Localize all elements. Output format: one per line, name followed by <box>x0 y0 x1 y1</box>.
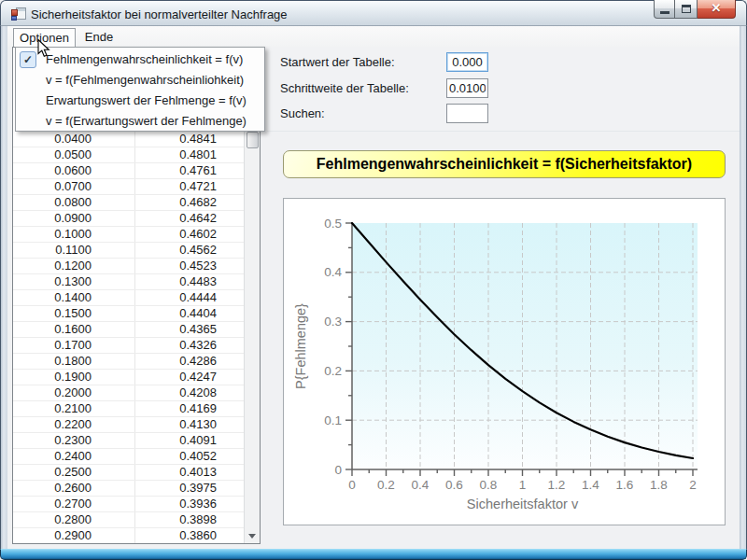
cell-fehlmengenwahrscheinlichkeit: 0.4801 <box>135 147 245 162</box>
title-bar[interactable]: Sicherheitsfaktor bei normalverteilter N… <box>0 0 747 26</box>
table-row[interactable]: 0.04000.4841 <box>13 132 245 147</box>
close-button[interactable]: ✕ <box>698 0 736 19</box>
table-row[interactable]: 0.09000.4642 <box>13 211 245 227</box>
table-row[interactable]: 0.23000.4091 <box>13 433 245 449</box>
table-row[interactable]: 0.10000.4602 <box>13 227 245 243</box>
table-row[interactable]: 0.22000.4130 <box>13 417 245 433</box>
plot-area <box>352 223 698 469</box>
cell-sicherheitsfaktor: 0.2100 <box>13 401 135 416</box>
cell-fehlmengenwahrscheinlichkeit: 0.4642 <box>135 211 245 226</box>
svg-text:1.8: 1.8 <box>650 478 668 492</box>
options-menu-item-1[interactable]: ✓Fehlmengenwahrscheinlichkeit = f(v) <box>16 49 264 70</box>
scrollbar-thumb[interactable] <box>247 132 259 148</box>
cell-fehlmengenwahrscheinlichkeit: 0.4404 <box>135 306 245 321</box>
table-row[interactable]: 0.16000.4365 <box>13 322 245 338</box>
table-row[interactable]: 0.28000.3898 <box>13 512 245 528</box>
cell-sicherheitsfaktor: 0.0800 <box>13 195 135 210</box>
table-row[interactable]: 0.08000.4682 <box>13 195 245 211</box>
chart-title-banner: Fehlmengenwahrscheinlichkeit = f(Sicherh… <box>283 150 726 178</box>
table-row[interactable]: 0.07000.4721 <box>13 179 245 195</box>
cell-fehlmengenwahrscheinlichkeit: 0.4247 <box>135 370 245 385</box>
form-input-2[interactable] <box>446 78 488 98</box>
cell-sicherheitsfaktor: 0.2200 <box>13 417 135 432</box>
table-row[interactable]: 0.13000.4483 <box>13 274 245 290</box>
cell-fehlmengenwahrscheinlichkeit: 0.4483 <box>135 274 245 289</box>
cell-fehlmengenwahrscheinlichkeit: 0.4286 <box>135 354 245 369</box>
cell-sicherheitsfaktor: 0.2600 <box>13 481 135 496</box>
cell-fehlmengenwahrscheinlichkeit: 0.4365 <box>135 322 245 337</box>
y-axis-title: P{Fehlmenge} <box>293 303 308 389</box>
cell-sicherheitsfaktor: 0.0400 <box>13 132 135 147</box>
cell-sicherheitsfaktor: 0.2400 <box>13 449 135 464</box>
minimize-button[interactable] <box>654 0 675 19</box>
checkmark-icon: ✓ <box>20 51 36 68</box>
maximize-icon <box>682 5 691 13</box>
table-row[interactable]: 0.24000.4052 <box>13 449 245 465</box>
form-input-3[interactable] <box>446 104 488 123</box>
scrollbar-down-button[interactable] <box>245 527 261 543</box>
cell-fehlmengenwahrscheinlichkeit: 0.4602 <box>135 227 245 242</box>
svg-text:0.8: 0.8 <box>480 478 498 492</box>
cell-sicherheitsfaktor: 0.0600 <box>13 163 135 178</box>
cell-sicherheitsfaktor: 0.2900 <box>13 528 135 543</box>
cell-sicherheitsfaktor: 0.0700 <box>13 179 135 194</box>
cell-fehlmengenwahrscheinlichkeit: 0.4326 <box>135 338 245 353</box>
table-row[interactable]: 0.27000.3936 <box>13 497 245 512</box>
mouse-cursor <box>37 39 50 61</box>
table-row[interactable]: 0.11000.4562 <box>13 243 245 259</box>
cell-fehlmengenwahrscheinlichkeit: 0.3860 <box>135 528 245 543</box>
cell-fehlmengenwahrscheinlichkeit: 0.3936 <box>135 497 245 511</box>
form-label-3: Suchen: <box>280 104 325 123</box>
cell-sicherheitsfaktor: 0.2500 <box>13 465 135 480</box>
table-row[interactable]: 0.25000.4013 <box>13 465 245 481</box>
options-menu-item-4[interactable]: v = f(Erwartungswert der Fehlmenge) <box>16 111 264 132</box>
cell-fehlmengenwahrscheinlichkeit: 0.4562 <box>135 243 245 258</box>
table-row[interactable]: 0.26000.3975 <box>13 481 245 497</box>
cell-fehlmengenwahrscheinlichkeit: 0.3975 <box>135 481 245 496</box>
table-row[interactable]: 0.14000.4444 <box>13 290 245 306</box>
maximize-button[interactable] <box>675 0 698 19</box>
options-dropdown-menu: ✓Fehlmengenwahrscheinlichkeit = f(v)v = … <box>15 47 265 132</box>
svg-text:0.6: 0.6 <box>445 478 463 492</box>
table-row[interactable]: 0.29000.3860 <box>13 528 245 544</box>
minimize-icon <box>660 11 669 14</box>
menu-item-label: Erwartungswert der Fehlmenge = f(v) <box>46 93 247 107</box>
window-border-right <box>740 26 747 549</box>
cell-sicherheitsfaktor: 0.1400 <box>13 290 135 305</box>
svg-text:1.2: 1.2 <box>548 478 566 492</box>
svg-text:0: 0 <box>334 463 342 477</box>
cell-sicherheitsfaktor: 0.2700 <box>13 497 135 511</box>
table-row[interactable]: 0.05000.4801 <box>13 147 245 163</box>
table-row[interactable]: 0.06000.4761 <box>13 163 245 179</box>
table-row[interactable]: 0.18000.4286 <box>13 354 245 370</box>
svg-text:1.4: 1.4 <box>582 478 599 492</box>
options-menu-item-3[interactable]: Erwartungswert der Fehlmenge = f(v) <box>16 91 264 111</box>
cell-fehlmengenwahrscheinlichkeit: 0.4091 <box>135 433 245 448</box>
form-input-1[interactable] <box>446 52 488 72</box>
table-row[interactable]: 0.20000.4208 <box>13 385 245 401</box>
svg-text:0.3: 0.3 <box>324 315 342 329</box>
cell-fehlmengenwahrscheinlichkeit: 0.4169 <box>135 401 245 416</box>
table-row[interactable]: 0.17000.4326 <box>13 338 245 354</box>
window-title: Sicherheitsfaktor bei normalverteilter N… <box>31 7 288 21</box>
form-label-1: Startwert der Tabelle: <box>280 52 395 72</box>
table-row[interactable]: 0.12000.4523 <box>13 259 245 274</box>
svg-text:0.5: 0.5 <box>324 217 342 231</box>
cell-sicherheitsfaktor: 0.1200 <box>13 259 135 273</box>
close-icon: ✕ <box>698 1 735 15</box>
cell-sicherheitsfaktor: 0.1600 <box>13 322 135 337</box>
options-menu-item-2[interactable]: v = f(Fehlmengenwahrscheinliohkeit) <box>16 70 264 91</box>
cell-fehlmengenwahrscheinlichkeit: 0.4721 <box>135 179 245 194</box>
svg-text:2: 2 <box>689 478 697 492</box>
cell-fehlmengenwahrscheinlichkeit: 0.4208 <box>135 385 245 400</box>
table-row[interactable]: 0.21000.4169 <box>13 401 245 417</box>
cell-fehlmengenwahrscheinlichkeit: 0.4052 <box>135 449 245 464</box>
cell-sicherheitsfaktor: 0.1300 <box>13 274 135 289</box>
menu-item-ende[interactable]: Ende <box>79 28 119 47</box>
cell-sicherheitsfaktor: 0.1000 <box>13 227 135 242</box>
cell-fehlmengenwahrscheinlichkeit: 0.4682 <box>135 195 245 210</box>
cell-sicherheitsfaktor: 0.2000 <box>13 385 135 400</box>
table-row[interactable]: 0.15000.4404 <box>13 306 245 322</box>
window-border-left <box>0 26 7 549</box>
table-row[interactable]: 0.19000.4247 <box>13 370 245 385</box>
